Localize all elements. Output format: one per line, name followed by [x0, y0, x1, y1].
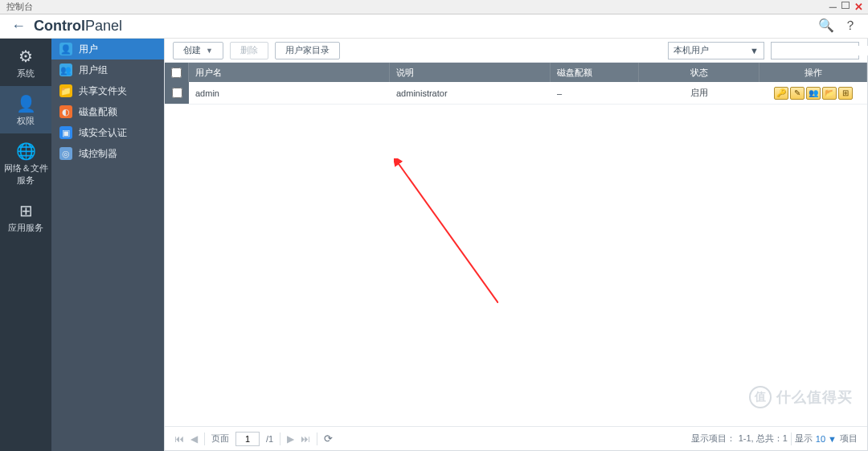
chevron-down-icon: ▼ [750, 46, 759, 55]
table-header: 用户名 说明 磁盘配额 状态 操作 [165, 63, 867, 82]
create-button[interactable]: 创建▼ [173, 42, 223, 59]
th-username[interactable]: 用户名 [189, 63, 390, 82]
cell-quota: – [551, 82, 639, 104]
annotation-arrow [394, 158, 498, 303]
nav2-shared-folders[interactable]: 📁共享文件夹 [51, 80, 164, 101]
action-password-icon[interactable]: 🔑 [774, 87, 788, 100]
gear-icon: ⚙ [0, 47, 51, 66]
select-all-checkbox[interactable] [171, 68, 182, 78]
globe-icon: 🌐 [0, 141, 51, 161]
page-size-select[interactable]: 10 ▼ [816, 434, 837, 444]
controller-icon: ◎ [59, 147, 72, 160]
row-actions: 🔑 ✎ 👥 📂 ⊞ [774, 87, 853, 100]
th-actions: 操作 [760, 63, 867, 82]
chevron-down-icon: ▼ [206, 47, 213, 55]
search-input[interactable] [775, 46, 868, 55]
refresh-button[interactable]: ⟳ [324, 433, 333, 445]
apps-icon: ⊞ [0, 201, 51, 220]
nav1-network-files[interactable]: 🌐网络＆文件服务 [0, 133, 51, 193]
page-prev-button[interactable]: ◀ [190, 433, 198, 445]
window-maximize[interactable] [841, 2, 850, 9]
os-titlebar: 控制台 ─ ✕ [0, 0, 868, 14]
nav1-permissions[interactable]: 👤权限 [0, 86, 51, 133]
action-app-icon[interactable]: ⊞ [838, 87, 853, 100]
th-desc[interactable]: 说明 [390, 63, 551, 82]
shield-icon: ▣ [59, 126, 72, 139]
primary-nav: ⚙系统 👤权限 🌐网络＆文件服务 ⊞应用服务 [0, 39, 51, 451]
cell-username: admin [189, 82, 390, 104]
group-icon: 👥 [59, 64, 72, 76]
action-groups-icon[interactable]: 👥 [806, 87, 821, 100]
quota-icon: ◐ [59, 105, 72, 118]
back-button[interactable]: ← [11, 18, 26, 35]
page-total: /1 [266, 434, 273, 444]
help-icon[interactable]: ？ [844, 18, 857, 35]
cell-desc: administrator [390, 82, 551, 104]
nav1-apps[interactable]: ⊞应用服务 [0, 193, 51, 240]
main-panel: 创建▼ 删除 用户家目录 本机用户▼ 🔍 用户名 说明 磁盘配额 状态 操作 a… [164, 39, 868, 451]
page-label: 页面 [211, 433, 229, 445]
user-icon: 👤 [59, 43, 72, 55]
page-title: ControlPanel [34, 18, 122, 35]
row-checkbox[interactable] [172, 88, 182, 98]
window-title: 控制台 [6, 1, 33, 13]
watermark-badge-icon: 值 [749, 386, 772, 408]
action-edit-icon[interactable]: ✎ [790, 87, 805, 100]
secondary-nav: 👤用户 👥用户组 📁共享文件夹 ◐磁盘配额 ▣域安全认证 ◎域控制器 [51, 39, 164, 451]
app-header: ← ControlPanel 🔍 ？ [0, 14, 868, 39]
page-input[interactable] [235, 432, 260, 446]
table-row[interactable]: admin administrator – 启用 🔑 ✎ 👥 📂 ⊞ [165, 82, 867, 105]
nav2-domain-security[interactable]: ▣域安全认证 [51, 122, 164, 143]
nav2-domain-controller[interactable]: ◎域控制器 [51, 143, 164, 164]
table-body: admin administrator – 启用 🔑 ✎ 👥 📂 ⊞ [165, 82, 867, 426]
page-last-button[interactable]: ⏭ [301, 433, 310, 445]
nav1-system[interactable]: ⚙系统 [0, 39, 51, 86]
page-next-button[interactable]: ▶ [287, 433, 294, 445]
svg-line-0 [397, 162, 498, 303]
search-input-wrap: 🔍 [771, 42, 859, 59]
nav2-users[interactable]: 👤用户 [51, 39, 164, 59]
watermark: 值 什么值得买 [749, 386, 853, 408]
toolbar: 创建▼ 删除 用户家目录 本机用户▼ 🔍 [165, 39, 867, 63]
search-icon[interactable]: 🔍 [818, 18, 834, 35]
page-first-button[interactable]: ⏮ [174, 433, 184, 445]
delete-button: 删除 [230, 42, 268, 59]
th-status[interactable]: 状态 [639, 63, 760, 82]
cell-status: 启用 [639, 82, 760, 104]
folder-icon: 📁 [59, 84, 72, 97]
user-icon: 👤 [0, 94, 51, 113]
nav2-quota[interactable]: ◐磁盘配额 [51, 101, 164, 122]
nav2-usergroups[interactable]: 👥用户组 [51, 59, 164, 80]
th-quota[interactable]: 磁盘配额 [551, 63, 639, 82]
window-minimize[interactable]: ─ [829, 2, 837, 12]
user-homedir-button[interactable]: 用户家目录 [275, 42, 340, 59]
action-folder-icon[interactable]: 📂 [822, 87, 837, 100]
user-scope-select[interactable]: 本机用户▼ [668, 42, 764, 59]
window-close[interactable]: ✕ [854, 2, 863, 12]
pager: ⏮ ◀ 页面 /1 ▶ ⏭ ⟳ 显示项目： 1-1, 总共：1 显示 10 ▼ … [165, 426, 867, 450]
